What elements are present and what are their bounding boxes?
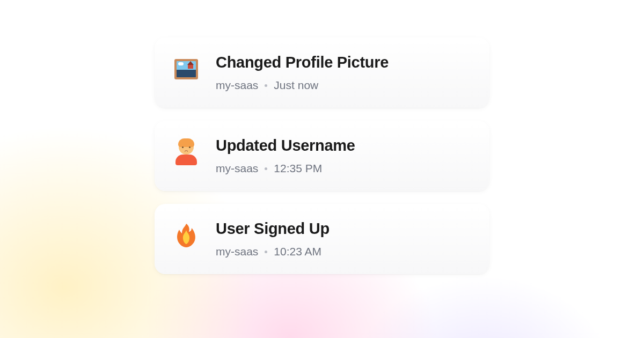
activity-meta: my-saas 12:35 PM <box>216 162 471 175</box>
activity-time: Just now <box>274 79 318 92</box>
activity-card-body: User Signed Up my-saas 10:23 AM <box>216 220 471 258</box>
activity-title: Updated Username <box>216 137 471 155</box>
activity-card[interactable]: User Signed Up my-saas 10:23 AM <box>155 204 489 274</box>
activity-project: my-saas <box>216 79 258 92</box>
activity-card-body: Updated Username my-saas 12:35 PM <box>216 137 471 175</box>
activity-time: 12:35 PM <box>274 162 322 175</box>
framed-picture-icon <box>173 56 200 83</box>
fire-icon <box>173 222 200 249</box>
activity-title: Changed Profile Picture <box>216 54 471 71</box>
activity-time: 10:23 AM <box>274 245 321 258</box>
separator-dot-icon <box>265 251 267 253</box>
activity-project: my-saas <box>216 162 258 175</box>
activity-card[interactable]: Updated Username my-saas 12:35 PM <box>155 121 489 191</box>
activity-card-body: Changed Profile Picture my-saas Just now <box>216 54 471 92</box>
activity-project: my-saas <box>216 245 258 258</box>
separator-dot-icon <box>265 84 267 87</box>
activity-meta: my-saas Just now <box>216 79 471 92</box>
activity-feed: Changed Profile Picture my-saas Just now… <box>155 38 489 274</box>
separator-dot-icon <box>265 167 267 170</box>
person-frowning-icon <box>173 139 200 166</box>
activity-title: User Signed Up <box>216 220 471 238</box>
activity-card[interactable]: Changed Profile Picture my-saas Just now <box>155 38 489 108</box>
activity-meta: my-saas 10:23 AM <box>216 245 471 258</box>
